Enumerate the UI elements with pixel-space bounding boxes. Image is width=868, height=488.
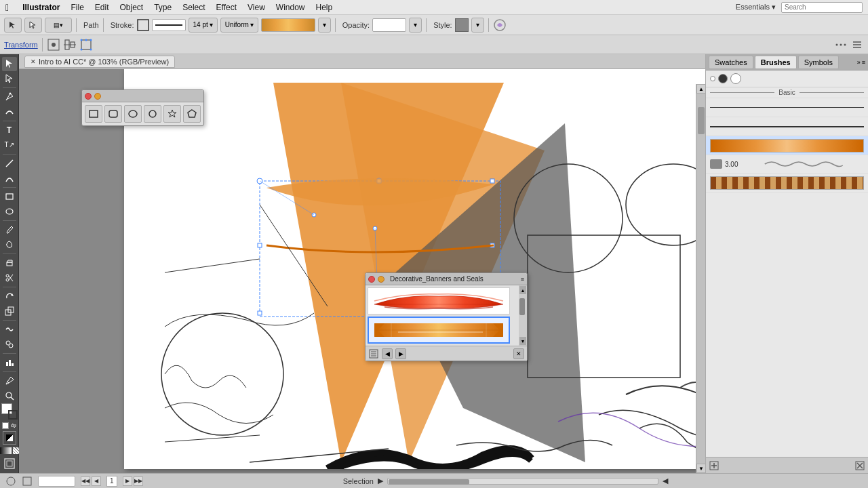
deco-brush-item-2[interactable]: [368, 317, 510, 344]
tool-select[interactable]: [2, 57, 17, 71]
canvas-vscroll[interactable]: ▲ ▼: [696, 84, 705, 473]
tab-symbols[interactable]: Symbols: [798, 56, 839, 69]
stroke-swatch-arrow[interactable]: ▾: [318, 18, 331, 33]
align-icon[interactable]: [63, 38, 77, 52]
page-first-btn[interactable]: ◀◀: [81, 476, 90, 486]
brush-dot-medium[interactable]: [718, 74, 728, 83]
menu-edit[interactable]: Edit: [90, 1, 115, 14]
deco-prev-btn[interactable]: ◀: [382, 348, 393, 359]
shape-panel-close-btn[interactable]: [85, 93, 92, 100]
tool-scissors[interactable]: [2, 270, 17, 285]
tab-swatches[interactable]: Swatches: [709, 56, 753, 69]
rounded-rect-tool-btn[interactable]: [104, 105, 122, 123]
pattern-icon[interactable]: [13, 447, 20, 454]
panel-expand-btn[interactable]: »: [857, 59, 861, 66]
new-brush-icon[interactable]: [709, 460, 719, 471]
opacity-arrow[interactable]: ▾: [409, 18, 422, 33]
doc-tab-close[interactable]: ✕: [31, 58, 36, 65]
deco-scroll-up-btn[interactable]: ▲: [519, 286, 526, 294]
menu-type[interactable]: Type: [149, 1, 177, 14]
tool-shape-builder[interactable]: [2, 337, 17, 351]
menu-file[interactable]: File: [65, 1, 89, 14]
brush-item-orange[interactable]: [706, 136, 868, 155]
deco-panel-title[interactable]: Decorative_Banners and Seals ≡: [366, 273, 527, 285]
apple-menu[interactable]: : [5, 2, 9, 13]
tool-select-btn[interactable]: [4, 18, 22, 33]
style-arrow[interactable]: ▾: [471, 18, 484, 33]
stroke-weight-field[interactable]: 14 pt ▾: [189, 18, 218, 33]
polygon-tool-btn[interactable]: [183, 105, 201, 123]
canvas-scroll-up-btn[interactable]: ▲: [696, 84, 705, 94]
canvas-scroll-thumb[interactable]: [698, 107, 705, 134]
align-distribute-icon[interactable]: [47, 38, 60, 52]
h-scroll-thumb[interactable]: [389, 479, 469, 485]
page-prev-btn[interactable]: ◀: [92, 476, 101, 486]
color-mode-btn[interactable]: [3, 431, 16, 445]
circle-tool-btn[interactable]: [144, 105, 161, 123]
essentials-label[interactable]: Essentials ▾: [736, 3, 776, 12]
tool-type-path[interactable]: T↗: [2, 138, 17, 152]
tool-rotate[interactable]: [2, 289, 17, 304]
star-tool-btn[interactable]: [163, 105, 181, 123]
selection-arrow-btn[interactable]: ▶: [378, 476, 383, 485]
panel-menu-btn[interactable]: ≡: [862, 59, 865, 66]
tool-eyedropper[interactable]: [2, 374, 17, 388]
panel-extra-icon[interactable]: [850, 38, 864, 52]
ellipse-tool-btn[interactable]: [124, 105, 142, 123]
tool-brush[interactable]: [2, 223, 17, 237]
tool-scale[interactable]: [2, 304, 17, 318]
swap-icon[interactable]: [10, 422, 17, 429]
deco-scrollbar[interactable]: ▲ ▼: [519, 285, 527, 346]
deco-next-btn[interactable]: ▶: [395, 348, 406, 359]
shape-panel-min-btn[interactable]: [94, 93, 101, 100]
brush-item-medium[interactable]: [706, 117, 868, 136]
gradient-icon[interactable]: [0, 447, 12, 454]
deco-brush-item-1[interactable]: [368, 287, 510, 314]
deco-panel-close-btn[interactable]: [368, 276, 375, 283]
page-last-btn[interactable]: ▶▶: [134, 476, 143, 486]
tool-ellipse[interactable]: [2, 204, 17, 218]
stroke-swatch[interactable]: [261, 18, 315, 32]
brush-item-thin[interactable]: [706, 98, 868, 117]
tool-blob-brush[interactable]: [2, 237, 17, 251]
status-icon-2[interactable]: [22, 476, 33, 487]
tool-direct-select[interactable]: [2, 72, 17, 86]
doc-view-btn[interactable]: ▤▾: [45, 18, 72, 33]
delete-brush-icon[interactable]: [854, 460, 865, 471]
tool-direct-select-btn[interactable]: [24, 18, 42, 33]
search-input[interactable]: [781, 2, 863, 13]
tool-text[interactable]: T: [2, 123, 17, 138]
canvas-scroll-down-btn[interactable]: ▼: [696, 464, 705, 473]
menu-select[interactable]: Select: [177, 1, 210, 14]
scroll-left-btn[interactable]: ◀: [663, 476, 668, 485]
transform-icon[interactable]: [79, 38, 93, 52]
brush-dot-large[interactable]: [730, 73, 741, 84]
tool-rect[interactable]: [2, 190, 17, 204]
horizontal-scrollbar[interactable]: [387, 478, 658, 485]
brush-item-pattern[interactable]: [706, 174, 868, 192]
tool-zoom[interactable]: [2, 389, 17, 403]
rect-tool-btn[interactable]: [85, 105, 102, 123]
artboard-tool-btn[interactable]: [3, 457, 16, 470]
menu-help[interactable]: Help: [311, 1, 338, 14]
none-indicator[interactable]: [2, 422, 9, 429]
deco-scroll-thumb[interactable]: [519, 298, 525, 315]
opacity-input[interactable]: 100%: [372, 18, 406, 32]
deco-panel-menu-btn[interactable]: ≡: [521, 276, 524, 283]
brush-dot-small[interactable]: [710, 76, 715, 81]
recolor-icon[interactable]: [493, 18, 507, 32]
tool-curvature[interactable]: [2, 104, 17, 119]
zoom-field[interactable]: 103%: [38, 476, 75, 487]
tool-pen[interactable]: [2, 90, 17, 104]
stroke-swatch-tool[interactable]: [8, 410, 18, 420]
deco-panel-min-btn[interactable]: [378, 276, 384, 283]
stroke-type-dropdown[interactable]: Uniform ▾: [220, 18, 258, 33]
tool-warp[interactable]: [2, 323, 17, 337]
menu-object[interactable]: Object: [115, 1, 149, 14]
tool-arc[interactable]: [2, 171, 17, 185]
page-next-btn[interactable]: ▶: [123, 476, 132, 486]
deco-scroll-down-btn[interactable]: ▼: [519, 337, 526, 345]
style-swatch[interactable]: [455, 18, 469, 32]
status-icon-1[interactable]: [5, 476, 16, 487]
tab-brushes[interactable]: Brushes: [755, 56, 797, 69]
